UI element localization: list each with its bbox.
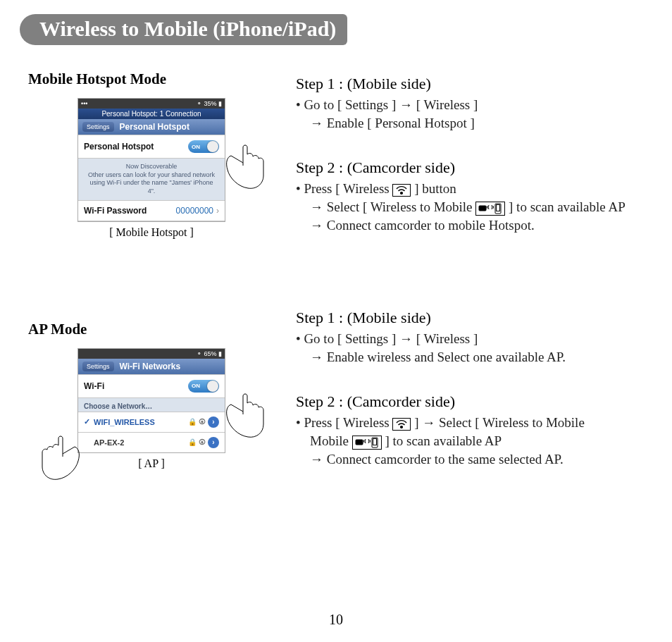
row-wifi-password: Wi-Fi Password 00000000› (78, 200, 225, 221)
toggle-on: ON (188, 140, 219, 153)
hotspot-caption: [ Mobile Hotspot ] (28, 226, 275, 239)
row-label: Wi-Fi (84, 381, 104, 391)
navbar: Settings Wi-Fi Networks (78, 359, 225, 374)
discover-title: Now Discoverable (85, 163, 218, 171)
hotspot-step2-title: Step 2 : (Camcorder side) (296, 159, 644, 177)
wifi-icon: ⦿ (199, 438, 206, 446)
ap-step2-title: Step 2 : (Camcorder side) (296, 393, 644, 411)
title-cap (20, 14, 35, 45)
ap-screenshot: ⚬ 65% ▮ Settings Wi-Fi Networks Wi-Fi ON… (56, 348, 247, 453)
wifi-password-value: 00000000 (176, 206, 213, 216)
wifi-icon: ⦿ (199, 418, 206, 426)
network-name: AP-EX-2 (94, 438, 188, 447)
hotspot-banner: Personal Hotspot: 1 Connection (78, 109, 225, 119)
page-title-bar: Wireless to Mobile (iPhone/iPad) (20, 14, 347, 45)
svg-rect-3 (497, 204, 500, 211)
statusbar: ⚬ 65% ▮ (78, 349, 225, 359)
lock-icon: 🔒 (188, 438, 197, 446)
step-line: • Go to [ Settings ] → [ Wireless ] (296, 97, 478, 112)
phone-mock-hotspot: ••• ⚬ 35% ▮ Personal Hotspot: 1 Connecti… (77, 98, 225, 222)
phone-mock-ap: ⚬ 65% ▮ Settings Wi-Fi Networks Wi-Fi ON… (77, 348, 225, 453)
statusbar: ••• ⚬ 35% ▮ (78, 99, 225, 109)
ap-heading: AP Mode (28, 321, 275, 338)
network-meta: 🔒 ⦿ › (188, 416, 219, 428)
network-name: WIFI_WIRELESS (94, 418, 188, 426)
chevron-right-icon: › (216, 206, 219, 216)
discover-block: Now Discoverable Other users can look fo… (78, 159, 225, 200)
page-title: Wireless to Mobile (iPhone/iPad) (35, 14, 347, 45)
status-right: ⚬ 65% ▮ (197, 350, 222, 357)
step-line: • Press [ Wireless ] → Select [ Wireless… (296, 415, 585, 430)
hotspot-screenshot: ••• ⚬ 35% ▮ Personal Hotspot: 1 Connecti… (56, 98, 247, 222)
ap-step1-title: Step 1 : (Mobile side) (296, 309, 644, 327)
step-line: → Connect camcorder to mobile Hotspot. (296, 216, 644, 235)
hotspot-step2-body: • Press [ Wireless ] button → Select [ W… (296, 180, 644, 234)
network-meta: 🔒 ⦿ › (188, 437, 219, 448)
lock-icon: 🔒 (188, 418, 197, 426)
left-column: Mobile Hotspot Mode ••• ⚬ 35% ▮ Personal… (28, 66, 289, 495)
hand-pointer-icon (224, 142, 266, 191)
wireless-to-mobile-icon (475, 202, 505, 216)
back-button: Settings (82, 362, 114, 371)
content-columns: Mobile Hotspot Mode ••• ⚬ 35% ▮ Personal… (0, 66, 672, 495)
ap-step2-body: • Press [ Wireless ] → Select [ Wireless… (296, 414, 644, 468)
info-icon: › (208, 437, 219, 448)
svg-point-0 (401, 192, 403, 195)
row-label: Wi-Fi Password (84, 206, 147, 216)
step-line: → Connect camcorder to the same selected… (296, 450, 644, 469)
toggle-on: ON (188, 380, 219, 393)
right-column: Step 1 : (Mobile side) • Go to [ Setting… (289, 66, 644, 495)
step-line: • Go to [ Settings ] → [ Wireless ] (296, 331, 478, 346)
step-line: → Enable [ Personal Hotspot ] (296, 114, 644, 132)
page-number: 10 (0, 612, 672, 628)
hotspot-step1-body: • Go to [ Settings ] → [ Wireless ] → En… (296, 96, 644, 132)
navbar: Settings Personal Hotspot (78, 119, 225, 135)
nav-title: Wi-Fi Networks (120, 362, 181, 371)
svg-point-4 (401, 426, 403, 428)
row-label: Personal Hotspot (84, 142, 154, 152)
svg-rect-7 (373, 438, 376, 445)
hand-pointer-icon (224, 390, 266, 440)
choose-network-label: Choose a Network… (78, 398, 225, 412)
hotspot-heading: Mobile Hotspot Mode (28, 70, 275, 88)
step-line: → Enable wireless and Select one availab… (296, 348, 644, 366)
ap-step1-body: • Go to [ Settings ] → [ Wireless ] → En… (296, 330, 644, 366)
network-row-selected: ✓ WIFI_WIRELESS 🔒 ⦿ › (78, 412, 225, 432)
svg-rect-1 (479, 206, 486, 211)
back-button: Settings (82, 122, 114, 132)
discover-body: Other users can look for your shared net… (85, 171, 218, 196)
hotspot-step1-title: Step 1 : (Mobile side) (296, 75, 644, 93)
row-personal-hotspot: Personal Hotspot ON (78, 135, 225, 159)
row-wifi: Wi-Fi ON (78, 374, 225, 398)
wireless-to-mobile-icon (352, 436, 382, 450)
network-row: AP-EX-2 🔒 ⦿ › (78, 432, 225, 452)
step-line: • Press [ Wireless ] button (296, 181, 456, 196)
ap-caption: [ AP ] (28, 457, 275, 470)
info-icon: › (208, 416, 219, 428)
nav-title: Personal Hotspot (120, 122, 189, 132)
svg-rect-5 (356, 440, 363, 445)
status-left: ••• (81, 100, 87, 107)
step-line: Mobile ] to scan available AP (296, 432, 644, 450)
wireless-icon (392, 184, 411, 197)
step-line: → Select [ Wireless to Mobile ] to scan … (296, 198, 644, 216)
status-right: ⚬ 35% ▮ (197, 100, 222, 107)
wireless-icon (392, 418, 411, 431)
check-icon: ✓ (84, 417, 94, 426)
